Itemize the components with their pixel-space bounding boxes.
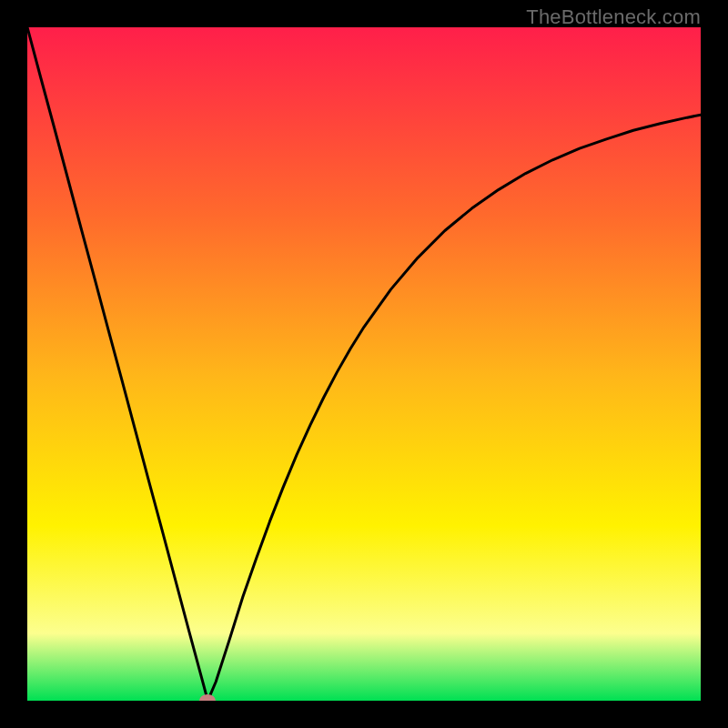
chart-frame: TheBottleneck.com (0, 0, 728, 728)
bottleneck-chart (27, 27, 701, 701)
gradient-background (27, 27, 701, 701)
plot-area (27, 27, 701, 701)
minimum-marker (199, 694, 216, 701)
watermark-text: TheBottleneck.com (526, 5, 701, 29)
